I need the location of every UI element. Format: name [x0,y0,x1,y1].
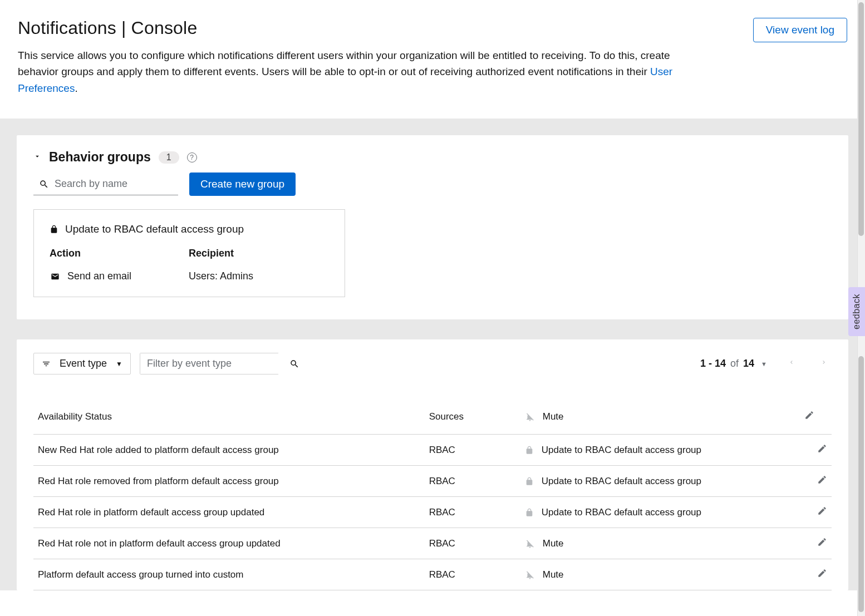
pagination-next-button[interactable] [816,355,832,372]
search-icon [39,179,49,189]
event-action-cell: Mute [520,559,800,590]
group-title-row: Update to RBAC default access group [50,223,329,235]
event-name-cell: Platform default access group turned int… [33,559,425,590]
behavior-search-input[interactable] [33,173,178,195]
edit-row-button[interactable] [817,568,827,578]
chevron-right-icon [820,357,827,367]
event-source-cell: RBAC [425,497,520,528]
email-icon [50,272,61,281]
table-header-row: Availability Status Sources Mute [33,401,832,435]
edit-row-button[interactable] [817,506,827,516]
pagination-total: 14 [743,358,754,369]
event-edit-cell [800,466,832,497]
desc-text-before: This service allows you to configure whi… [18,50,670,77]
col-edit-header [800,401,832,435]
event-name-cell: Red Hat role removed from platform defau… [33,466,425,497]
event-source-cell: RBAC [425,435,520,466]
action-text: Update to RBAC default access group [542,445,701,456]
dropdown-label: Event type [60,358,107,369]
page-header: Notifications | Console This service all… [0,0,865,119]
toolbar-right: 1 - 14 of 14 ▼ [700,355,832,372]
table-row: Red Hat role in platform default access … [33,497,832,528]
group-title: Update to RBAC default access group [65,223,244,235]
event-action-cell: Update to RBAC default access group [520,435,800,466]
filter-icon [42,359,51,368]
scrollbar-thumb[interactable] [858,356,864,612]
edit-row-button[interactable] [817,475,827,485]
pagination-range: 1 - 14 [700,358,726,369]
filter-wrapper [140,353,279,374]
bell-slash-icon [525,412,535,422]
lock-icon [525,477,534,486]
lock-icon [50,224,58,234]
feedback-tab[interactable]: eedback [848,287,865,336]
event-edit-cell [800,435,832,466]
search-wrapper [33,173,178,195]
pagination-prev-button[interactable] [784,355,799,372]
title-block: Notifications | Console This service all… [18,18,702,96]
table-row: Red Hat role removed from platform defau… [33,466,832,497]
action-text: Mute [543,538,564,549]
caret-down-icon: ▼ [116,360,122,368]
edit-row-button[interactable] [817,537,827,547]
table-row: New Red Hat role added to platform defau… [33,435,832,466]
content-region: Behavior groups 1 ? Create new group Upd… [0,119,865,590]
scrollbar-thumb[interactable] [858,2,864,236]
edit-header-button[interactable] [804,410,814,420]
toolbar-left: Event type ▼ [33,353,279,374]
event-source-cell: RBAC [425,466,520,497]
caret-down-icon: ▼ [761,361,767,367]
edit-row-button[interactable] [817,443,827,454]
action-value-cell: Send an email [50,270,189,282]
event-action-cell: Mute [520,528,800,559]
action-text: Mute [543,569,564,580]
pencil-icon [817,475,827,485]
event-name-cell: Red Hat role not in platform default acc… [33,528,425,559]
event-edit-cell [800,559,832,590]
help-icon[interactable]: ? [187,152,197,162]
chevron-down-icon[interactable] [33,152,41,162]
page-description: This service allows you to configure whi… [18,47,702,96]
event-type-dropdown[interactable]: Event type ▼ [33,353,131,374]
event-name-cell: Red Hat role in platform default access … [33,497,425,528]
behavior-section-header: Behavior groups 1 ? [33,150,832,165]
behavior-toolbar: Create new group [33,173,832,196]
table-row: Red Hat role not in platform default acc… [33,528,832,559]
pencil-icon [817,568,827,578]
event-filter-input[interactable] [140,353,283,374]
events-card: Event type ▼ 1 - 14 of 14 [17,339,848,590]
bell-slash-icon [525,539,535,549]
col-availability-header: Availability Status [33,401,425,435]
filter-search-button[interactable] [283,359,306,369]
create-group-button[interactable]: Create new group [189,173,296,196]
pencil-icon [804,410,814,420]
behavior-groups-card: Behavior groups 1 ? Create new group Upd… [17,135,848,319]
action-text: Update to RBAC default access group [542,507,701,518]
group-count-badge: 1 [159,151,179,164]
desc-text-after: . [75,82,77,94]
action-column-header: Action [50,248,189,259]
event-action-cell: Update to RBAC default access group [520,497,800,528]
table-row: Platform default access group turned int… [33,559,832,590]
chevron-left-icon [788,357,795,367]
action-value: Send an email [67,270,131,282]
col-action-header: Mute [520,401,800,435]
page-title: Notifications | Console [18,18,702,38]
action-text: Update to RBAC default access group [542,476,701,487]
event-action-cell: Update to RBAC default access group [520,466,800,497]
bell-slash-icon [525,570,535,580]
pagination-text[interactable]: 1 - 14 of 14 ▼ [700,358,767,369]
view-event-log-button[interactable]: View event log [753,18,847,42]
lock-icon [525,446,534,455]
col-sources-header: Sources [425,401,520,435]
pencil-icon [817,537,827,547]
events-table: Availability Status Sources Mute [33,401,832,590]
event-edit-cell [800,497,832,528]
events-toolbar: Event type ▼ 1 - 14 of 14 [33,353,832,374]
recipient-value: Users: Admins [189,270,329,282]
behavior-section-title: Behavior groups [49,150,151,165]
pencil-icon [817,443,827,454]
search-icon [289,359,299,369]
pagination-of: of [730,358,739,369]
event-source-cell: RBAC [425,528,520,559]
